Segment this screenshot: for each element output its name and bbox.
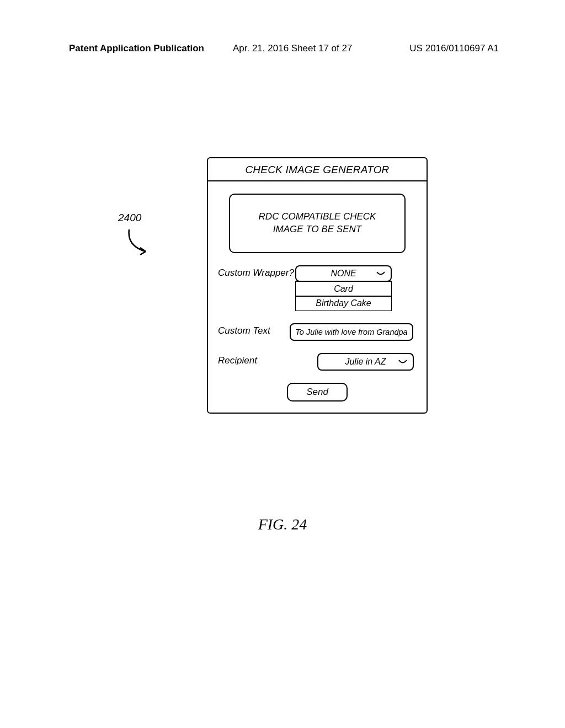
header-left: Patent Application Publication xyxy=(69,43,204,54)
header-right: US 2016/0110697 A1 xyxy=(409,43,499,54)
figure-caption: FIG. 24 xyxy=(0,516,565,533)
device-frame: CHECK IMAGE GENERATOR RDC COMPATIBLE CHE… xyxy=(207,157,428,414)
recipient-label: Recipient xyxy=(218,353,295,366)
wrapper-option-card[interactable]: Card xyxy=(295,281,392,297)
custom-text-label: Custom Text xyxy=(218,323,295,336)
recipient-value: Julie in AZ xyxy=(345,357,386,367)
header-mid: Apr. 21, 2016 Sheet 17 of 27 xyxy=(233,43,352,54)
device-body: RDC COMPATIBLE CHECK IMAGE TO BE SENT Cu… xyxy=(208,181,427,413)
send-button[interactable]: Send xyxy=(287,383,348,402)
wrapper-dropdown-group: NONE Card Birthday Cake xyxy=(295,265,392,311)
custom-text-value: To Julie with love from Grandpa xyxy=(295,328,407,336)
wrapper-dropdown[interactable]: NONE xyxy=(295,265,392,282)
figure-reference-number: 2400 xyxy=(118,212,141,224)
wrapper-selected-value: NONE xyxy=(331,269,356,279)
wrapper-option-birthday-cake[interactable]: Birthday Cake xyxy=(295,296,392,311)
custom-text-input[interactable]: To Julie with love from Grandpa xyxy=(290,323,413,341)
page-header: Patent Application Publication Apr. 21, … xyxy=(0,43,565,54)
custom-text-row: Custom Text To Julie with love from Gran… xyxy=(218,323,417,341)
app-title: CHECK IMAGE GENERATOR xyxy=(208,158,427,181)
reference-arrow-icon xyxy=(124,227,157,258)
wrapper-row: Custom Wrapper? NONE Card Birthday Cake xyxy=(218,265,417,311)
recipient-dropdown[interactable]: Julie in AZ xyxy=(317,353,414,371)
wrapper-label: Custom Wrapper? xyxy=(218,265,295,279)
recipient-row: Recipient Julie in AZ xyxy=(218,353,417,371)
chevron-down-icon xyxy=(398,360,407,366)
check-image-preview: RDC COMPATIBLE CHECK IMAGE TO BE SENT xyxy=(229,194,406,253)
preview-text: RDC COMPATIBLE CHECK IMAGE TO BE SENT xyxy=(259,211,376,236)
chevron-down-icon xyxy=(376,271,385,278)
